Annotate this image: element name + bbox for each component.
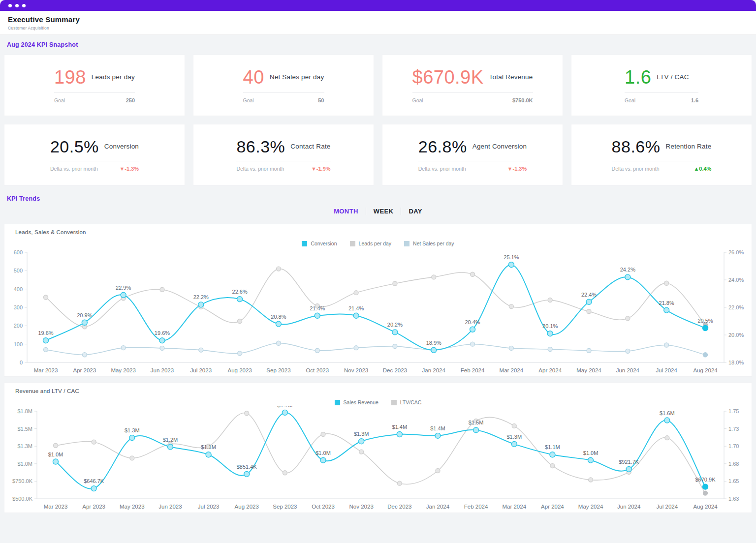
chart-card-revenue-ltv: Revenue and LTV / CAC Sales Revenue LTV/…	[4, 383, 752, 513]
svg-text:$1.3M: $1.3M	[506, 434, 522, 440]
svg-text:20.2%: 20.2%	[387, 322, 403, 328]
chart-canvas-leads-sales-conversion: 600500400300200100026.0%24.0%22.0%20.0%1…	[4, 247, 752, 376]
svg-text:Jan 2024: Jan 2024	[426, 504, 450, 510]
kpi-value: 26.8%	[418, 138, 467, 155]
divider	[612, 161, 712, 161]
kpi-card-retention-rate: 88.6% Retention Rate Delta vs. prior mon…	[571, 124, 752, 185]
svg-text:May 2024: May 2024	[578, 504, 603, 510]
svg-text:22.6%: 22.6%	[232, 289, 248, 295]
legend-item-leads-per-day[interactable]: Leads per day	[350, 241, 392, 246]
kpi-card-net-sales: 40 Net Sales per day Goal 50	[193, 55, 374, 116]
svg-text:$1.4M: $1.4M	[430, 425, 445, 431]
chart-legend: Conversion Leads per day Net Sales per d…	[4, 240, 752, 247]
delta-value: ▼-1.9%	[311, 166, 331, 172]
svg-text:Oct 2023: Oct 2023	[306, 367, 329, 373]
window-control-dot[interactable]	[15, 4, 19, 7]
svg-text:$1.4M: $1.4M	[392, 424, 408, 430]
kpi-card-row-1: 198 Leads per day Goal 250 40 Net Sales …	[4, 55, 752, 116]
svg-text:$1.0M: $1.0M	[583, 450, 598, 456]
svg-text:May 2023: May 2023	[120, 504, 145, 510]
divider	[54, 92, 135, 93]
svg-text:300: 300	[14, 304, 23, 310]
svg-text:$1.0M: $1.0M	[315, 450, 331, 456]
svg-text:Dec 2023: Dec 2023	[383, 367, 407, 373]
svg-text:Aug 2023: Aug 2023	[227, 367, 252, 373]
svg-text:$646.7K: $646.7K	[84, 478, 104, 484]
kpi-label: Leads per day	[92, 73, 135, 81]
time-granularity-tabs: MONTH WEEK DAY	[0, 205, 756, 217]
snapshot-section-title: Aug 2024 KPI Snapshot	[7, 41, 749, 48]
svg-text:$1.6M: $1.6M	[660, 410, 675, 416]
legend-swatch	[404, 241, 410, 246]
window-control-dot[interactable]	[22, 4, 26, 7]
svg-text:20.8%: 20.8%	[271, 314, 286, 320]
legend-swatch	[302, 241, 307, 246]
kpi-value: 88.6%	[612, 138, 661, 155]
legend-item-net-sales-per-day[interactable]: Net Sales per day	[404, 241, 454, 246]
svg-text:$1.5M: $1.5M	[469, 420, 484, 425]
svg-text:Jun 2023: Jun 2023	[158, 504, 182, 510]
svg-text:Mar 2023: Mar 2023	[44, 504, 68, 510]
svg-text:20.0%: 20.0%	[728, 332, 744, 338]
tab-week[interactable]: WEEK	[366, 208, 401, 215]
legend-item-sales-revenue[interactable]: Sales Revenue	[335, 399, 378, 405]
divider	[625, 92, 698, 93]
svg-text:$1.8M: $1.8M	[17, 408, 32, 414]
delta-label: Delta vs. prior month	[236, 166, 284, 172]
svg-text:$1.3M: $1.3M	[17, 443, 32, 449]
svg-text:May 2024: May 2024	[576, 367, 601, 373]
svg-text:18.0%: 18.0%	[728, 360, 744, 365]
svg-text:1.75: 1.75	[728, 408, 739, 414]
svg-text:Aug 2024: Aug 2024	[693, 504, 718, 510]
svg-text:1.70: 1.70	[728, 443, 739, 449]
goal-label: Goal	[54, 97, 65, 103]
window-control-dot[interactable]	[8, 4, 12, 7]
kpi-card-ltv-cac: 1.6 LTV / CAC Goal 1.6	[571, 55, 752, 116]
svg-text:600: 600	[14, 249, 23, 255]
kpi-label: Conversion	[104, 143, 139, 150]
svg-text:200: 200	[14, 323, 23, 329]
divider	[50, 161, 139, 161]
svg-text:Jul 2023: Jul 2023	[198, 504, 219, 510]
svg-text:Jun 2023: Jun 2023	[151, 367, 174, 373]
goal-value: 50	[318, 97, 324, 103]
svg-text:22.4%: 22.4%	[581, 292, 597, 298]
chart-title: Leads, Sales & Conversion	[15, 229, 752, 235]
svg-text:25.1%: 25.1%	[504, 254, 519, 260]
svg-text:Dec 2023: Dec 2023	[387, 504, 411, 510]
delta-label: Delta vs. prior month	[612, 166, 660, 172]
svg-text:26.0%: 26.0%	[728, 249, 744, 255]
svg-text:$851.4K: $851.4K	[237, 464, 257, 470]
kpi-card-total-revenue: $670.9K Total Revenue Goal $750.0K	[382, 55, 563, 116]
kpi-label: Retention Rate	[666, 143, 712, 150]
svg-text:19.6%: 19.6%	[155, 330, 170, 336]
svg-text:$1.0M: $1.0M	[17, 461, 32, 467]
divider	[243, 92, 324, 93]
svg-text:Aug 2023: Aug 2023	[235, 504, 259, 510]
svg-text:21.4%: 21.4%	[310, 305, 325, 311]
svg-text:Apr 2024: Apr 2024	[541, 504, 564, 510]
svg-text:Feb 2024: Feb 2024	[464, 504, 488, 510]
svg-text:20.4%: 20.4%	[465, 319, 480, 325]
svg-text:$1.0M: $1.0M	[48, 452, 63, 457]
legend-item-ltv-cac[interactable]: LTV/CAC	[391, 399, 422, 405]
divider	[236, 161, 330, 161]
svg-text:1.73: 1.73	[728, 426, 739, 432]
svg-text:20.9%: 20.9%	[77, 312, 92, 318]
kpi-card-agent-conversion: 26.8% Agent Conversion Delta vs. prior m…	[382, 124, 563, 185]
svg-text:20.1%: 20.1%	[542, 323, 558, 329]
svg-text:21.4%: 21.4%	[348, 305, 364, 311]
window-titlebar	[0, 0, 756, 11]
delta-label: Delta vs. prior month	[418, 166, 466, 172]
svg-text:Jul 2023: Jul 2023	[190, 367, 212, 373]
svg-text:22.0%: 22.0%	[728, 304, 744, 310]
goal-value: 1.6	[691, 97, 698, 103]
tab-day[interactable]: DAY	[401, 208, 429, 215]
legend-item-conversion[interactable]: Conversion	[302, 241, 337, 246]
tab-month[interactable]: MONTH	[326, 208, 366, 215]
goal-value: $750.0K	[512, 97, 533, 103]
delta-value: ▲0.4%	[693, 166, 711, 172]
goal-label: Goal	[412, 97, 423, 103]
kpi-label: Net Sales per day	[270, 73, 324, 81]
svg-text:24.0%: 24.0%	[728, 277, 744, 283]
